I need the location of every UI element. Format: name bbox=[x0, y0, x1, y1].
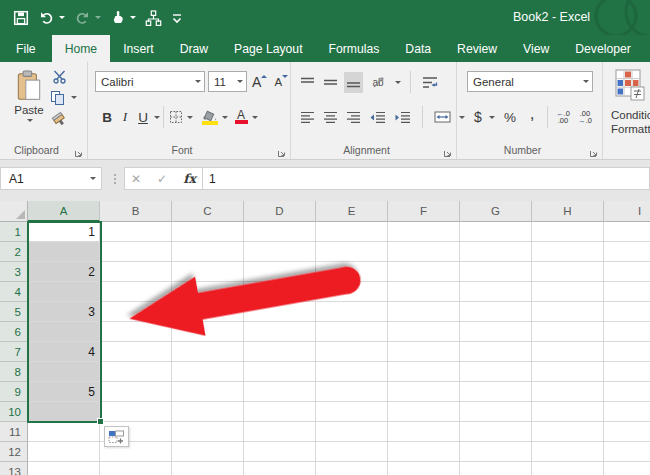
cell-E6[interactable] bbox=[316, 322, 388, 342]
cell-A9[interactable]: 5 bbox=[28, 382, 100, 402]
top-align-button[interactable] bbox=[298, 72, 317, 93]
cell-E2[interactable] bbox=[316, 242, 388, 262]
cell-C10[interactable] bbox=[172, 402, 244, 422]
clipboard-dialog-launcher-icon[interactable] bbox=[74, 144, 84, 154]
copy-dropdown-icon[interactable] bbox=[71, 96, 77, 99]
wrap-text-button[interactable] bbox=[420, 72, 440, 93]
cell-H5[interactable] bbox=[532, 302, 604, 322]
cell-D2[interactable] bbox=[244, 242, 316, 262]
tab-data[interactable]: Data bbox=[392, 35, 444, 62]
cell-A1[interactable]: 1 bbox=[28, 222, 100, 242]
cell-E7[interactable] bbox=[316, 342, 388, 362]
cell-F12[interactable] bbox=[388, 442, 460, 462]
cell-F10[interactable] bbox=[388, 402, 460, 422]
font-color-button[interactable]: A bbox=[232, 107, 250, 128]
cell-I1[interactable] bbox=[604, 222, 650, 242]
merge-center-button[interactable] bbox=[432, 107, 453, 128]
number-format-select[interactable]: General bbox=[467, 71, 593, 92]
cell-H3[interactable] bbox=[532, 262, 604, 282]
fill-color-button[interactable] bbox=[200, 107, 220, 128]
select-all-corner[interactable] bbox=[0, 201, 28, 222]
cell-E1[interactable] bbox=[316, 222, 388, 242]
cell-A3[interactable]: 2 bbox=[28, 262, 100, 282]
bottom-align-button[interactable] bbox=[344, 72, 363, 93]
cell-B7[interactable] bbox=[100, 342, 172, 362]
cell-A11[interactable] bbox=[28, 422, 100, 442]
underline-dropdown-icon[interactable] bbox=[154, 116, 160, 119]
cut-button[interactable] bbox=[52, 70, 67, 84]
borders-dropdown-icon[interactable] bbox=[187, 116, 193, 119]
paste-button[interactable]: Paste bbox=[8, 70, 50, 122]
cell-F2[interactable] bbox=[388, 242, 460, 262]
column-header-D[interactable]: D bbox=[244, 201, 316, 222]
column-header-G[interactable]: G bbox=[460, 201, 532, 222]
undo-icon[interactable] bbox=[38, 10, 65, 26]
row-header-4[interactable]: 4 bbox=[0, 282, 28, 302]
cell-D12[interactable] bbox=[244, 442, 316, 462]
tab-home[interactable]: Home bbox=[52, 35, 111, 62]
cell-I12[interactable] bbox=[604, 442, 650, 462]
underline-button[interactable]: U bbox=[134, 107, 152, 128]
tab-view[interactable]: View bbox=[510, 35, 562, 62]
row-header-5[interactable]: 5 bbox=[0, 302, 28, 322]
cell-G9[interactable] bbox=[460, 382, 532, 402]
customize-qat-icon[interactable] bbox=[171, 11, 183, 25]
cell-F4[interactable] bbox=[388, 282, 460, 302]
font-size-select[interactable]: 11 bbox=[208, 71, 247, 92]
cell-I5[interactable] bbox=[604, 302, 650, 322]
cell-H1[interactable] bbox=[532, 222, 604, 242]
cell-C8[interactable] bbox=[172, 362, 244, 382]
row-header-3[interactable]: 3 bbox=[0, 262, 28, 282]
cell-I13[interactable] bbox=[604, 462, 650, 475]
font-size-dropdown-icon[interactable] bbox=[237, 80, 243, 83]
cancel-icon[interactable]: ✕ bbox=[131, 172, 141, 186]
cell-F7[interactable] bbox=[388, 342, 460, 362]
cell-I11[interactable] bbox=[604, 422, 650, 442]
cell-G3[interactable] bbox=[460, 262, 532, 282]
cell-A4[interactable] bbox=[28, 282, 100, 302]
cell-E9[interactable] bbox=[316, 382, 388, 402]
borders-button[interactable] bbox=[167, 107, 185, 128]
decrease-decimal-button[interactable]: .00→.0 bbox=[576, 107, 594, 128]
cell-C2[interactable] bbox=[172, 242, 244, 262]
cell-D8[interactable] bbox=[244, 362, 316, 382]
row-header-6[interactable]: 6 bbox=[0, 322, 28, 342]
tab-formulas[interactable]: Formulas bbox=[316, 35, 393, 62]
cell-G4[interactable] bbox=[460, 282, 532, 302]
diagram-icon[interactable] bbox=[145, 10, 162, 26]
cell-C3[interactable] bbox=[172, 262, 244, 282]
cell-D5[interactable] bbox=[244, 302, 316, 322]
cell-I2[interactable] bbox=[604, 242, 650, 262]
cell-F1[interactable] bbox=[388, 222, 460, 242]
cell-B3[interactable] bbox=[100, 262, 172, 282]
cell-I3[interactable] bbox=[604, 262, 650, 282]
increase-decimal-button[interactable]: ←.0.00 bbox=[554, 107, 572, 128]
row-header-11[interactable]: 11 bbox=[0, 422, 28, 442]
cell-E5[interactable] bbox=[316, 302, 388, 322]
align-left-button[interactable] bbox=[298, 107, 317, 128]
cell-C5[interactable] bbox=[172, 302, 244, 322]
cell-A2[interactable] bbox=[28, 242, 100, 262]
cell-H4[interactable] bbox=[532, 282, 604, 302]
accounting-format-button[interactable]: $ bbox=[469, 107, 487, 128]
cell-E13[interactable] bbox=[316, 462, 388, 475]
increase-indent-button[interactable] bbox=[392, 107, 413, 128]
tab-review[interactable]: Review bbox=[444, 35, 510, 62]
row-header-12[interactable]: 12 bbox=[0, 442, 28, 462]
cell-D10[interactable] bbox=[244, 402, 316, 422]
name-box[interactable]: A1 bbox=[0, 167, 102, 190]
number-dialog-launcher-icon[interactable] bbox=[589, 144, 599, 154]
tab-file[interactable]: File bbox=[0, 35, 52, 62]
formula-input[interactable]: 1 bbox=[203, 167, 650, 190]
touch-mode-dropdown-icon[interactable] bbox=[130, 16, 136, 19]
row-header-8[interactable]: 8 bbox=[0, 362, 28, 382]
touch-mode-icon[interactable] bbox=[110, 9, 136, 26]
name-box-dropdown-icon[interactable] bbox=[90, 177, 96, 180]
alignment-dialog-launcher-icon[interactable] bbox=[443, 144, 453, 154]
tab-developer[interactable]: Developer bbox=[562, 35, 644, 62]
cell-B10[interactable] bbox=[100, 402, 172, 422]
cell-A12[interactable] bbox=[28, 442, 100, 462]
enter-icon[interactable]: ✓ bbox=[157, 172, 167, 186]
cell-C11[interactable] bbox=[172, 422, 244, 442]
cell-E12[interactable] bbox=[316, 442, 388, 462]
